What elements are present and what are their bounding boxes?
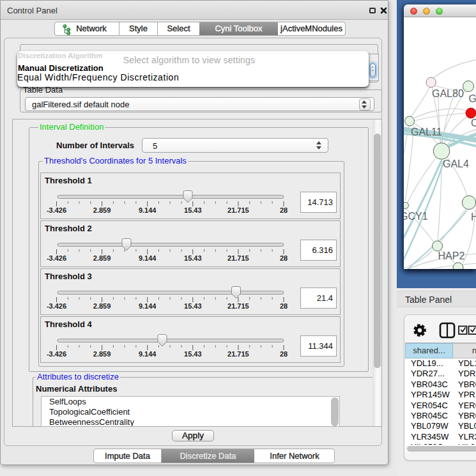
svg-text:28: 28 bbox=[280, 302, 288, 310]
svg-text:15.43: 15.43 bbox=[184, 350, 202, 358]
svg-text:GAL80: GAL80 bbox=[432, 88, 464, 99]
svg-text:2.859: 2.859 bbox=[93, 254, 111, 262]
svg-text:21.715: 21.715 bbox=[227, 254, 249, 262]
svg-text:GAL4: GAL4 bbox=[443, 158, 469, 169]
svg-text:2.859: 2.859 bbox=[93, 206, 111, 214]
svg-text:C: C bbox=[471, 118, 476, 128]
svg-text:15.43: 15.43 bbox=[184, 302, 202, 310]
svg-text:21.715: 21.715 bbox=[227, 302, 249, 310]
svg-text:-3.426: -3.426 bbox=[47, 350, 66, 358]
svg-text:9.144: 9.144 bbox=[139, 254, 157, 262]
svg-text:9.144: 9.144 bbox=[139, 302, 157, 310]
svg-text:HAP2: HAP2 bbox=[438, 250, 465, 261]
svg-text:-3.426: -3.426 bbox=[47, 302, 66, 310]
svg-text:9.144: 9.144 bbox=[139, 206, 157, 214]
svg-text:9.144: 9.144 bbox=[139, 350, 157, 358]
svg-text:H: H bbox=[471, 211, 476, 222]
svg-text:21.715: 21.715 bbox=[227, 350, 249, 358]
svg-text:2.859: 2.859 bbox=[93, 350, 111, 358]
svg-text:GCY1: GCY1 bbox=[404, 211, 428, 222]
svg-text:28: 28 bbox=[280, 206, 288, 214]
svg-text:-3.426: -3.426 bbox=[47, 206, 66, 214]
svg-text:15.43: 15.43 bbox=[184, 254, 202, 262]
svg-text:28: 28 bbox=[280, 254, 288, 262]
svg-text:21.715: 21.715 bbox=[227, 206, 249, 214]
svg-text:GAL11: GAL11 bbox=[411, 127, 442, 137]
svg-text:GA: GA bbox=[469, 93, 476, 104]
svg-text:15.43: 15.43 bbox=[184, 206, 202, 214]
svg-text:28: 28 bbox=[280, 350, 288, 358]
svg-text:2.859: 2.859 bbox=[93, 302, 111, 310]
svg-text:-3.426: -3.426 bbox=[47, 254, 66, 262]
